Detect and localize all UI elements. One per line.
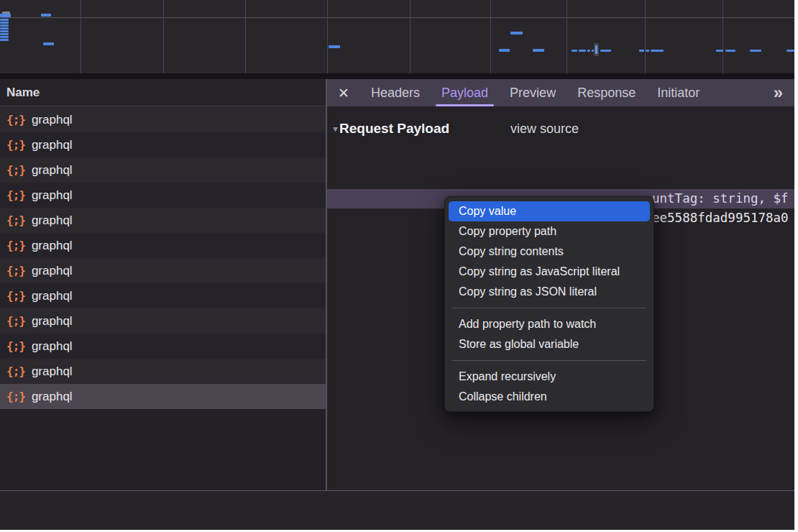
request-name: graphql: [32, 339, 73, 354]
view-source-link[interactable]: view source: [510, 119, 579, 139]
devtools-window: Name {;}graphql{;}graphql{;}graphql{;}gr…: [0, 0, 794, 530]
menu-item-add-property-path-to-watch[interactable]: Add property path to watch: [449, 314, 650, 334]
json-resource-icon: {;}: [6, 188, 25, 202]
overflow-tabs-button[interactable]: »: [762, 79, 794, 106]
timeline-gridline: [645, 0, 646, 73]
waterfall-bar: [0, 14, 11, 17]
json-resource-icon: {;}: [6, 339, 25, 353]
waterfall-bar: [587, 50, 590, 52]
summary-bar: [0, 491, 794, 530]
waterfall-bar: [0, 39, 9, 41]
tab-response[interactable]: Response: [570, 79, 643, 106]
waterfall-bar: [786, 50, 794, 52]
menu-item-expand-recursively[interactable]: Expand recursively: [449, 367, 650, 387]
waterfall-bar: [0, 22, 9, 24]
tab-preview[interactable]: Preview: [503, 79, 563, 106]
tab-initiator[interactable]: Initiator: [650, 79, 707, 106]
timeline-gridline: [327, 0, 328, 73]
waterfall-bar: [600, 50, 611, 52]
tree-row-operation-name[interactable]: operationName: "ipFlowTimeseries": [327, 170, 794, 189]
json-resource-icon: {;}: [6, 264, 25, 278]
request-row[interactable]: {;}graphql: [0, 384, 326, 409]
overview-row-divider: [0, 17, 794, 18]
context-menu: Copy valueCopy property pathCopy string …: [444, 196, 654, 412]
menu-item-collapse-children[interactable]: Collapse children: [449, 387, 650, 407]
menu-separator: [452, 308, 646, 308]
request-name: graphql: [32, 163, 73, 178]
name-column-header[interactable]: Name: [0, 79, 326, 106]
request-row[interactable]: {;}graphql: [0, 208, 326, 233]
waterfall-bar: [725, 50, 735, 52]
json-resource-icon: {;}: [6, 113, 25, 127]
request-row[interactable]: {;}graphql: [0, 107, 326, 132]
request-row[interactable]: {;}graphql: [0, 308, 326, 334]
menu-item-copy-property-path[interactable]: Copy property path: [449, 221, 650, 242]
timeline-gridline: [410, 0, 411, 73]
timeline-gridline: [723, 0, 723, 73]
waterfall-bar: [595, 45, 597, 54]
request-row[interactable]: {;}graphql: [0, 157, 326, 183]
json-resource-icon: {;}: [6, 138, 25, 152]
menu-item-copy-string-as-json-literal[interactable]: Copy string as JSON literal: [449, 282, 650, 302]
waterfall-bar: [0, 30, 9, 32]
request-name: graphql: [32, 214, 73, 228]
waterfall-bar: [0, 19, 9, 21]
waterfall-bar: [329, 45, 340, 48]
screenshot-root: Name {;}graphql{;}graphql{;}graphql{;}gr…: [0, 0, 798, 532]
json-resource-icon: {;}: [6, 390, 25, 403]
request-name: graphql: [32, 390, 73, 404]
timeline-gridline: [490, 0, 491, 73]
property-value-continuation: untTag: string, $f: [652, 189, 789, 208]
menu-item-copy-value[interactable]: Copy value: [449, 201, 650, 221]
waterfall-bar: [716, 50, 723, 52]
request-name: graphql: [32, 113, 73, 127]
tabs-holder: HeadersPayloadPreviewResponseInitiator: [360, 79, 710, 106]
close-icon: ✕: [338, 85, 349, 101]
json-resource-icon: {;}: [6, 289, 25, 303]
request-name: graphql: [32, 239, 73, 253]
waterfall-bar: [499, 49, 510, 52]
menu-item-copy-string-contents[interactable]: Copy string contents: [449, 242, 650, 262]
waterfall-bar: [510, 32, 523, 35]
request-row[interactable]: {;}graphql: [0, 233, 326, 258]
chevron-double-right-icon: »: [774, 83, 783, 103]
payload-section-header[interactable]: ▾ Request Payload: [333, 119, 449, 139]
json-resource-icon: {;}: [6, 163, 25, 177]
tab-headers[interactable]: Headers: [364, 79, 427, 106]
menu-item-store-as-global-variable[interactable]: Store as global variable: [449, 334, 650, 354]
close-button[interactable]: ✕: [327, 79, 360, 106]
waterfall-bar: [533, 49, 544, 52]
request-row[interactable]: {;}graphql: [0, 334, 326, 359]
tree-root-row[interactable]: ▼{operationName: "ipFlowTimeseries", var…: [327, 147, 794, 167]
menu-item-copy-string-as-javascript-literal[interactable]: Copy string as JavaScript literal: [449, 262, 650, 282]
request-row[interactable]: {;}graphql: [0, 183, 326, 208]
json-resource-icon: {;}: [6, 314, 25, 328]
waterfall-bar: [750, 50, 761, 52]
timeline-gridline: [163, 0, 164, 73]
request-name: graphql: [32, 138, 73, 152]
waterfall-bar: [41, 14, 51, 17]
tab-payload[interactable]: Payload: [434, 79, 495, 106]
section-collapse-icon[interactable]: ▾: [333, 123, 338, 134]
json-resource-icon: {;}: [6, 214, 25, 227]
request-list: {;}graphql{;}graphql{;}graphql{;}graphql…: [0, 107, 326, 409]
waterfall-bar: [572, 50, 577, 52]
request-row[interactable]: {;}graphql: [0, 359, 326, 384]
waterfall-bar: [646, 50, 649, 52]
waterfall-bar: [0, 33, 9, 35]
timeline-gridline: [81, 0, 81, 73]
waterfall-bar: [0, 27, 9, 29]
json-resource-icon: {;}: [6, 239, 25, 252]
request-row[interactable]: {;}graphql: [0, 283, 326, 308]
network-overview[interactable]: [0, 0, 794, 73]
waterfall-bar: [639, 50, 644, 52]
request-name: graphql: [32, 188, 73, 203]
waterfall-bar: [579, 50, 586, 52]
overview-bottom-strip: [0, 73, 794, 79]
request-row[interactable]: {;}graphql: [0, 258, 326, 283]
json-resource-icon: {;}: [6, 364, 25, 378]
waterfall-bar: [0, 24, 9, 27]
menu-separator: [452, 360, 646, 361]
request-row[interactable]: {;}graphql: [0, 132, 326, 157]
waterfall-bar: [0, 36, 9, 38]
